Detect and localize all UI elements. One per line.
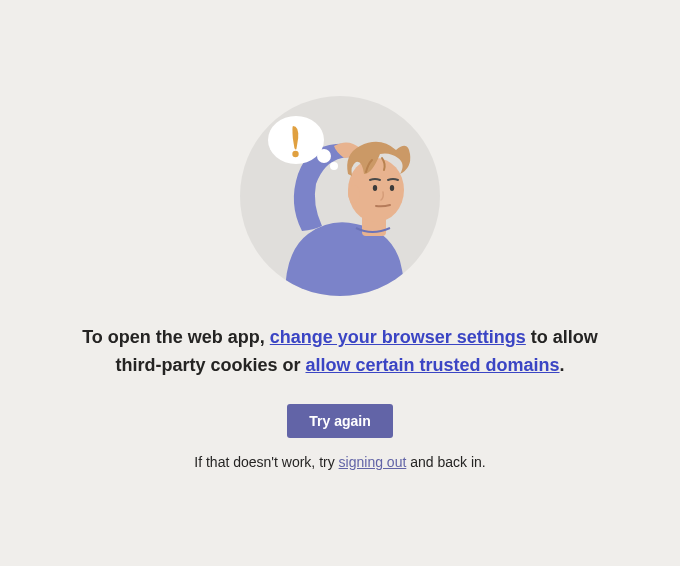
svg-point-5 — [373, 185, 377, 191]
message-text-suffix: . — [560, 355, 565, 375]
svg-point-10 — [292, 151, 298, 157]
signout-hint: If that doesn't work, try signing out an… — [194, 454, 485, 470]
svg-point-9 — [330, 162, 338, 170]
try-again-button[interactable]: Try again — [287, 404, 392, 438]
change-browser-settings-link[interactable]: change your browser settings — [270, 327, 526, 347]
message-text-prefix: To open the web app, — [82, 327, 270, 347]
allow-trusted-domains-link[interactable]: allow certain trusted domains — [305, 355, 559, 375]
svg-point-4 — [348, 185, 360, 203]
svg-point-8 — [317, 149, 331, 163]
confused-person-illustration — [240, 96, 440, 296]
signout-hint-suffix: and back in. — [406, 454, 485, 470]
svg-point-6 — [390, 185, 394, 191]
error-message: To open the web app, change your browser… — [60, 324, 620, 380]
sign-out-link[interactable]: signing out — [339, 454, 407, 470]
signout-hint-prefix: If that doesn't work, try — [194, 454, 338, 470]
